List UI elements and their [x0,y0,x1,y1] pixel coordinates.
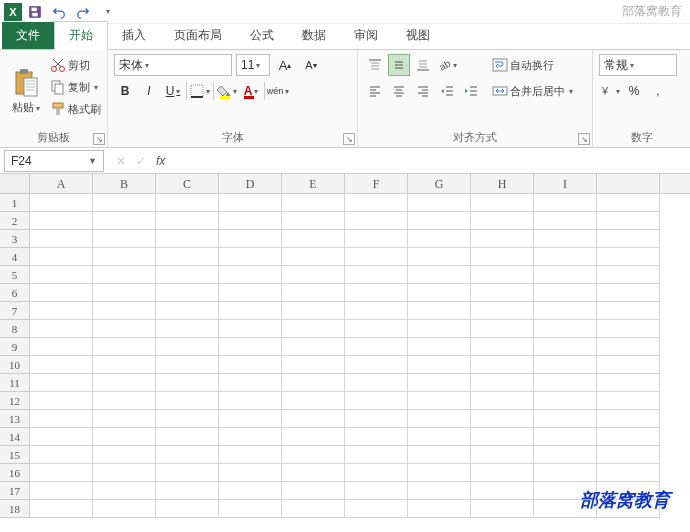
cell[interactable] [534,230,597,248]
cell[interactable] [534,428,597,446]
cell[interactable] [219,446,282,464]
row-header[interactable]: 3 [0,230,30,248]
wrap-text-button[interactable]: 自动换行 [492,54,573,76]
cell[interactable] [534,320,597,338]
cell[interactable] [408,374,471,392]
cell[interactable] [219,284,282,302]
cell[interactable] [219,302,282,320]
cell[interactable] [597,230,660,248]
cell[interactable] [534,446,597,464]
cell[interactable] [93,266,156,284]
cell[interactable] [408,230,471,248]
cell[interactable] [408,302,471,320]
cell[interactable] [219,464,282,482]
col-header[interactable]: H [471,174,534,193]
cell[interactable] [471,464,534,482]
cell[interactable] [534,248,597,266]
cell[interactable] [471,266,534,284]
bold-button[interactable]: B [114,80,136,102]
cell[interactable] [534,266,597,284]
cell[interactable] [345,410,408,428]
alignment-dialog-launcher[interactable]: ↘ [578,133,590,145]
fill-color-button[interactable] [216,80,238,102]
col-header[interactable]: I [534,174,597,193]
cell[interactable] [534,392,597,410]
align-left-button[interactable] [364,80,386,102]
cell[interactable] [282,194,345,212]
cell[interactable] [30,302,93,320]
tab-page-layout[interactable]: 页面布局 [160,22,236,49]
row-header[interactable]: 16 [0,464,30,482]
cell[interactable] [93,410,156,428]
cell[interactable] [93,356,156,374]
cell[interactable] [30,248,93,266]
cell[interactable] [408,356,471,374]
cell[interactable] [282,482,345,500]
col-header[interactable]: D [219,174,282,193]
cell[interactable] [345,356,408,374]
cell[interactable] [408,446,471,464]
cell[interactable] [597,446,660,464]
cell[interactable] [597,248,660,266]
row-header[interactable]: 1 [0,194,30,212]
cell[interactable] [219,266,282,284]
cell[interactable] [471,320,534,338]
cell[interactable] [345,284,408,302]
cell[interactable] [345,392,408,410]
cell[interactable] [345,230,408,248]
cell[interactable] [156,500,219,518]
orientation-button[interactable]: ab [436,54,458,76]
cell[interactable] [30,410,93,428]
cell[interactable] [597,320,660,338]
tab-review[interactable]: 审阅 [340,22,392,49]
cell[interactable] [93,446,156,464]
cell[interactable] [219,374,282,392]
cell[interactable] [282,212,345,230]
cell[interactable] [30,446,93,464]
tab-insert[interactable]: 插入 [108,22,160,49]
cell[interactable] [93,392,156,410]
cell[interactable] [93,338,156,356]
cell[interactable] [597,302,660,320]
cell[interactable] [471,356,534,374]
row-header[interactable]: 4 [0,248,30,266]
cell[interactable] [408,410,471,428]
cell[interactable] [30,482,93,500]
align-middle-button[interactable] [388,54,410,76]
cell[interactable] [345,374,408,392]
cell[interactable] [30,230,93,248]
row-header[interactable]: 9 [0,338,30,356]
cell[interactable] [597,464,660,482]
enter-icon[interactable]: ✓ [136,154,146,168]
comma-button[interactable]: , [647,80,669,102]
increase-font-button[interactable]: A▴ [274,54,296,76]
underline-button[interactable]: U [162,80,184,102]
row-header[interactable]: 10 [0,356,30,374]
phonetic-button[interactable]: wén [267,80,289,102]
cell[interactable] [282,356,345,374]
cell[interactable] [93,248,156,266]
tab-file[interactable]: 文件 [2,22,54,49]
cell[interactable] [534,194,597,212]
cell[interactable] [408,266,471,284]
cell[interactable] [534,410,597,428]
tab-data[interactable]: 数据 [288,22,340,49]
cell[interactable] [408,392,471,410]
cell[interactable] [534,284,597,302]
cell[interactable] [408,464,471,482]
cell[interactable] [345,428,408,446]
cell[interactable] [597,194,660,212]
cell[interactable] [471,410,534,428]
cell[interactable] [30,374,93,392]
cell[interactable] [282,230,345,248]
cell[interactable] [345,320,408,338]
row-header[interactable]: 11 [0,374,30,392]
tab-home[interactable]: 开始 [54,21,108,50]
cell[interactable] [30,392,93,410]
cell[interactable] [471,374,534,392]
cell[interactable] [282,320,345,338]
cell[interactable] [597,410,660,428]
cell[interactable] [345,500,408,518]
font-dialog-launcher[interactable]: ↘ [343,133,355,145]
row-header[interactable]: 14 [0,428,30,446]
